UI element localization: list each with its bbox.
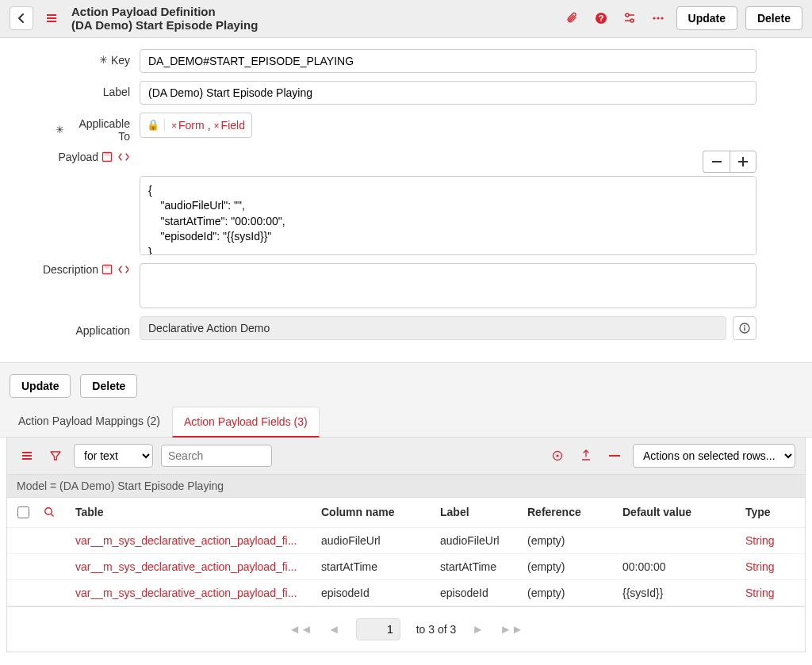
table-row: var__m_sys_declarative_action_payload_fi… <box>7 528 805 554</box>
payload-textarea[interactable]: { "audioFileUrl": "", "startAtTime": "00… <box>140 176 756 255</box>
applicable-to-tag-field[interactable]: ×Field <box>214 119 245 132</box>
svg-point-6 <box>626 13 629 17</box>
row-label: audioFileUrl <box>435 534 523 547</box>
header-bar: Action Payload Definition (DA Demo) Star… <box>0 0 812 38</box>
back-button[interactable] <box>10 6 33 30</box>
row-label: episodeId <box>435 587 523 599</box>
table-row: var__m_sys_declarative_action_payload_fi… <box>7 554 805 580</box>
required-icon: ✳ <box>99 54 108 66</box>
filter-mode-select[interactable]: for text <box>74 444 153 468</box>
row-reference: (empty) <box>523 534 618 547</box>
pager-first-icon[interactable]: ◄◄ <box>289 622 312 636</box>
col-default-value[interactable]: Default value <box>618 506 741 518</box>
description-label: Description <box>43 263 98 276</box>
row-type[interactable]: String <box>741 534 804 547</box>
applicable-to-tag-form[interactable]: ×Form <box>171 119 205 132</box>
pager-next-icon[interactable]: ► <box>472 622 484 636</box>
zoom-out-button[interactable] <box>703 151 730 173</box>
chevron-left-icon <box>17 13 26 24</box>
svg-point-10 <box>657 17 659 20</box>
lower-update-button[interactable]: Update <box>10 374 71 398</box>
row-default: 00:00:00 <box>618 560 741 573</box>
grid-header: Table Column name Label Reference Defaul… <box>7 498 805 528</box>
svg-point-26 <box>556 454 558 457</box>
page-title-line2: (DA Demo) Start Episode Playing <box>71 18 258 32</box>
code-icon[interactable] <box>117 265 130 274</box>
lower-actions: Update Delete <box>0 362 812 406</box>
row-reference: (empty) <box>523 560 618 573</box>
applicable-to-field[interactable]: 🔒 ×Form, ×Field <box>140 113 252 138</box>
svg-point-29 <box>45 508 52 514</box>
settings-sliders-icon[interactable] <box>619 8 640 29</box>
more-icon[interactable] <box>648 8 668 29</box>
list-menu-icon[interactable] <box>17 445 37 466</box>
table-toolbar: for text Actions on selected rows... <box>6 438 806 475</box>
row-column-name: startAtTime <box>316 560 435 573</box>
header-update-button[interactable]: Update <box>676 6 737 30</box>
tab-payload-mappings[interactable]: Action Payload Mappings (2) <box>6 406 172 437</box>
svg-text:?: ? <box>598 13 603 23</box>
pager-prev-icon[interactable]: ◄ <box>328 622 340 636</box>
page-title-line1: Action Payload Definition <box>71 5 258 18</box>
info-button[interactable] <box>733 316 756 340</box>
pager-range-text: to 3 of 3 <box>416 623 457 636</box>
label-input[interactable] <box>140 81 756 105</box>
key-input[interactable] <box>140 49 756 73</box>
col-label[interactable]: Label <box>435 506 523 518</box>
svg-point-20 <box>744 325 745 327</box>
save-icon[interactable] <box>102 264 113 275</box>
header-delete-button[interactable]: Delete <box>745 6 802 30</box>
table-row: var__m_sys_declarative_action_payload_fi… <box>7 580 805 606</box>
info-icon <box>739 323 750 334</box>
minus-plus-group <box>703 151 756 173</box>
menu-icon[interactable] <box>41 8 62 29</box>
svg-line-30 <box>51 514 53 516</box>
row-table-link[interactable]: var__m_sys_declarative_action_payload_fi… <box>71 534 316 547</box>
actions-select[interactable]: Actions on selected rows... <box>633 444 795 468</box>
code-icon[interactable] <box>117 152 130 162</box>
footer <box>0 652 812 665</box>
row-type[interactable]: String <box>741 560 804 573</box>
model-filter-row[interactable]: Model = (DA Demo) Start Episode Playing <box>6 475 806 498</box>
save-icon[interactable] <box>102 151 113 162</box>
tabs-row: Action Payload Mappings (2) Action Paylo… <box>0 406 812 438</box>
svg-rect-18 <box>105 266 109 269</box>
col-reference[interactable]: Reference <box>523 506 618 518</box>
payload-label: Payload <box>58 151 98 163</box>
form-section: ✳ Key Label ✳ Applicable To 🔒 ×Form, ×Fi… <box>0 38 812 362</box>
zoom-in-button[interactable] <box>730 151 756 173</box>
key-label: Key <box>111 54 130 67</box>
search-column-icon[interactable] <box>39 506 71 518</box>
lock-icon: 🔒 <box>147 119 165 131</box>
pager-page-input[interactable] <box>356 618 400 640</box>
description-textarea[interactable] <box>140 263 756 308</box>
attachment-icon[interactable] <box>562 8 583 29</box>
row-label: startAtTime <box>435 560 523 573</box>
search-input[interactable] <box>161 445 272 467</box>
personalize-icon[interactable] <box>547 445 568 466</box>
row-table-link[interactable]: var__m_sys_declarative_action_payload_fi… <box>71 587 316 599</box>
col-column-name[interactable]: Column name <box>316 506 435 518</box>
row-default: {{sysId}} <box>618 587 741 599</box>
help-icon[interactable]: ? <box>591 8 611 29</box>
lower-delete-button[interactable]: Delete <box>80 374 137 398</box>
remove-icon[interactable] <box>604 445 625 466</box>
filter-icon[interactable] <box>45 445 66 466</box>
select-all-checkbox[interactable] <box>17 506 29 518</box>
row-column-name: episodeId <box>316 587 435 599</box>
export-icon[interactable] <box>576 445 596 466</box>
row-column-name: audioFileUrl <box>316 534 435 547</box>
pager: ◄◄ ◄ to 3 of 3 ► ►► <box>6 607 806 652</box>
row-type[interactable]: String <box>741 587 804 599</box>
pager-last-icon[interactable]: ►► <box>500 622 523 636</box>
col-table[interactable]: Table <box>71 506 316 518</box>
col-type[interactable]: Type <box>741 506 804 518</box>
data-grid: Table Column name Label Reference Defaul… <box>6 498 806 607</box>
svg-point-9 <box>653 17 655 20</box>
applicable-to-label: Applicable To <box>67 117 130 143</box>
tab-payload-fields[interactable]: Action Payload Fields (3) <box>172 407 320 438</box>
application-label: Application <box>76 324 131 337</box>
row-table-link[interactable]: var__m_sys_declarative_action_payload_fi… <box>71 560 316 573</box>
required-icon: ✳ <box>56 124 64 136</box>
svg-point-8 <box>630 19 634 22</box>
